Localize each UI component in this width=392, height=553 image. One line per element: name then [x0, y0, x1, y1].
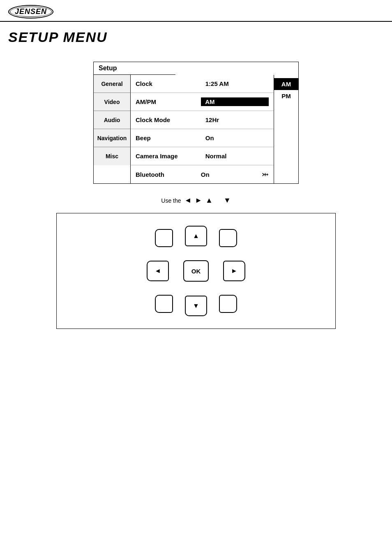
clock-value: 1:25 AM	[205, 80, 269, 87]
dpad-corner-tr	[219, 229, 237, 247]
dpad-up-button[interactable]: ▲	[185, 226, 207, 246]
ampm-value: AM	[201, 97, 269, 106]
bluetooth-value: On	[201, 171, 260, 178]
brand-logo: JENSEN	[8, 5, 53, 19]
dpad-ok-button[interactable]: OK	[183, 260, 209, 282]
nav-item-video[interactable]: Video	[94, 93, 130, 111]
header: JENSEN	[0, 0, 392, 22]
dpad-container: ▲ ▼ ◄ ► OK	[56, 213, 336, 329]
clockmode-label: Clock Mode	[136, 116, 205, 123]
menu-row-beep[interactable]: Beep On	[131, 129, 274, 147]
dpad-corner-bl	[155, 295, 173, 313]
setup-title-cell: Setup	[94, 62, 299, 75]
ampm-label: AM/PM	[136, 98, 201, 105]
dpad-down-arrow: ▼	[193, 302, 199, 310]
right-option-am[interactable]: AM	[274, 78, 298, 90]
nav-item-general[interactable]: General	[94, 75, 130, 93]
dpad-corner-tl	[155, 229, 173, 247]
page-title: SETUP MENU	[8, 29, 392, 45]
nav-instructions-text: Use the	[161, 197, 181, 204]
up-arrow-icon: ▲	[205, 196, 213, 205]
down-arrow-icon: ▼	[224, 196, 231, 205]
setup-table: Setup	[93, 62, 299, 75]
nav-item-navigation[interactable]: Navigation	[94, 129, 130, 147]
menu-row-clockmode[interactable]: Clock Mode 12Hr	[131, 111, 274, 129]
setup-title-row: Setup	[94, 62, 299, 75]
dpad-corner-br	[219, 295, 237, 313]
right-panel: AM PM	[274, 75, 298, 183]
scroll-down-icon: ⤔	[262, 169, 269, 179]
dpad-right-button[interactable]: ►	[223, 261, 245, 281]
clock-label: Clock	[136, 80, 205, 87]
dpad-left-button[interactable]: ◄	[147, 261, 169, 281]
dpad-down-button[interactable]: ▼	[185, 296, 207, 316]
nav-item-audio[interactable]: Audio	[94, 111, 130, 129]
camera-value: Normal	[205, 153, 269, 160]
dpad-left-arrow: ◄	[154, 267, 161, 275]
table-body: General Video Audio Navigation Misc Cloc…	[93, 75, 299, 184]
menu-row-camera[interactable]: Camera Image Normal	[131, 147, 274, 165]
camera-label: Camera Image	[136, 153, 205, 160]
nav-arrows: ◄ ► ▲ ▼	[184, 196, 231, 205]
nav-sidebar: General Video Audio Navigation Misc	[94, 75, 131, 183]
menu-row-bluetooth[interactable]: Bluetooth On ⤔	[131, 165, 274, 183]
menu-row-clock[interactable]: Clock 1:25 AM	[131, 75, 274, 93]
dpad-ok-label: OK	[191, 268, 201, 275]
dpad-right-arrow: ►	[231, 267, 238, 275]
nav-item-misc[interactable]: Misc	[94, 147, 130, 165]
setup-menu-area: Setup General Video Audio Navigation Mis…	[93, 62, 299, 184]
left-arrow-icon: ◄	[184, 196, 191, 205]
setup-title-label: Setup	[99, 65, 117, 72]
beep-label: Beep	[136, 134, 205, 141]
bluetooth-label: Bluetooth	[136, 171, 201, 178]
menu-row-ampm[interactable]: AM/PM AM	[131, 93, 274, 111]
right-option-pm[interactable]: PM	[274, 90, 298, 102]
dpad: ▲ ▼ ◄ ► OK	[147, 226, 245, 316]
clockmode-value: 12Hr	[205, 116, 269, 123]
right-arrow-icon: ►	[195, 196, 202, 205]
beep-value: On	[205, 134, 269, 141]
dpad-up-arrow: ▲	[193, 232, 199, 240]
logo-container: JENSEN	[8, 5, 53, 19]
nav-instructions: Use the ◄ ► ▲ ▼	[73, 196, 319, 205]
menu-content: Clock 1:25 AM AM/PM AM Clock Mode 12Hr B…	[131, 75, 274, 183]
